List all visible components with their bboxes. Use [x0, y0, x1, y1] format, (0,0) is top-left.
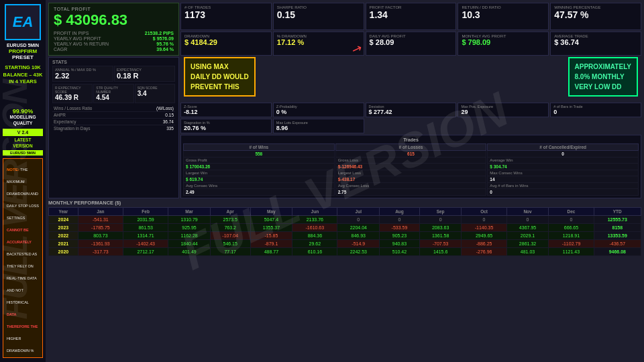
- bottom-stats-row: Stagnation in % 20.76 % Max Lots Exposur…: [180, 119, 641, 133]
- annotation-using-max: USING MAX DAILY DD WOULD PREVENT THIS: [184, 57, 256, 97]
- zscore-cell: Z-Score -8.12: [180, 103, 272, 117]
- cell-2022-ytd: 13353.59: [594, 232, 641, 240]
- gross-profit-label: Gross Profit: [184, 158, 335, 164]
- cell-2021-sep: -707.53: [419, 240, 462, 248]
- cell-2021-apr: 546.15: [210, 240, 250, 248]
- note-text3: HIGHER DRAWDOWN %: [7, 337, 34, 353]
- cell-2023-dec: 666.65: [549, 224, 594, 232]
- stagnation-pct-cell: Stagnation in % 20.76 %: [180, 119, 272, 133]
- note-text2: BACKTESTED AS THEY RELY ON REAL-TIME DAT…: [7, 252, 37, 304]
- ahpr-row: AHPR 0.15: [52, 112, 175, 119]
- sqn-quality-label: STR QUALITY NUMBER: [96, 86, 131, 94]
- monthly-row-2023: 2023-1785.75861.53925.95763.21355.37-161…: [49, 224, 641, 232]
- wins-losses-value: (W/Loss): [135, 105, 175, 112]
- sqn-score-value: 3.4: [138, 90, 172, 97]
- wins-losses-label: Wins / Losses Ratio: [52, 105, 135, 112]
- bars-trade-value: 0: [553, 109, 638, 115]
- col-oct: Oct: [462, 208, 506, 216]
- cell-2024-apr: 2573.5: [210, 216, 250, 224]
- monthly-row-2020: 2020-317.732712.17401.4977.17488.77610.1…: [49, 248, 641, 256]
- cell-2023-ytd: 8158: [594, 224, 641, 232]
- monthly-row-2021: 2021-1361.93-1402.431840.44546.15-879.12…: [49, 240, 641, 248]
- logo-box: EA: [5, 4, 41, 40]
- cell-2020-jun: 610.16: [292, 248, 337, 256]
- cell-2023-aug: -533.59: [380, 224, 420, 232]
- cell-2024-ytd: 12555.73: [594, 216, 641, 224]
- trades-table-col2: # of Losses 615 Gross Loss $-126946.43 L…: [335, 143, 487, 196]
- sidebar: EA EURUSD 5MIN PROPFIRM PRESET STARTING …: [0, 0, 46, 362]
- max-lots-value: 8.96: [276, 125, 361, 131]
- largest-loss-value: $-438.17: [335, 176, 486, 183]
- version-label: V 2.4: [3, 129, 43, 136]
- total-profit-value: $ 43096.83: [54, 11, 174, 29]
- cell-2024-oct: 0: [462, 216, 506, 224]
- col-nov: Nov: [506, 208, 549, 216]
- avg-win-label: Average Win: [488, 158, 639, 164]
- sidebar-eurusd-label: EURUSD 5MIN: [7, 43, 39, 48]
- cell-2020-may: 488.77: [250, 248, 292, 256]
- expectancy-value: 0.18 R: [117, 72, 172, 80]
- col-aug: Aug: [380, 208, 420, 216]
- cell-2022-feb: 1314.71: [123, 232, 168, 240]
- monthly-table: Year Jan Feb Mar Apr May Jun Jul Aug Sep…: [48, 207, 641, 256]
- cell-2021-aug: 940.83: [380, 240, 420, 248]
- trades-table-col1: # of Wins 558 Gross Profit $ 170043.26 L…: [183, 143, 335, 196]
- approx-text3: VERY LOW DD: [575, 82, 631, 92]
- expectancy-row2: Expectancy 36.74: [52, 119, 175, 125]
- stagnation-row: Stagnation in Days 335: [52, 125, 175, 132]
- max-lots-cell: Max Lots Exposure 8.96: [273, 119, 364, 133]
- cell-2022-jan: 803.73: [78, 232, 123, 240]
- logo-text: EA: [13, 13, 34, 31]
- annual-pct-cell: ANNUAL % / MAX DD % 2.32: [52, 66, 113, 82]
- cell-2020-jul: 2242.53: [337, 248, 380, 256]
- losses-value: 615: [335, 151, 486, 158]
- largest-loss-label: Largest Loss: [335, 170, 486, 176]
- avg-consec-loss-label: Avg Consec Loss: [335, 183, 486, 189]
- cell-2024-aug: 0: [380, 216, 420, 224]
- trades-title: Trades: [183, 137, 639, 142]
- sidebar-preset-label: PRESET: [12, 54, 34, 60]
- r-expectancy-value: 46.39 R: [55, 94, 90, 101]
- cell-2020-dec: 1121.43: [549, 248, 594, 256]
- col-may: May: [250, 208, 292, 216]
- cell-2021-mar: 1840.44: [168, 240, 211, 248]
- cell-2020-sep: 1415.6: [419, 248, 462, 256]
- cell-2021-feb: -1402.43: [123, 240, 168, 248]
- modelling-block: 99.90% MODELLINGQUALITY: [10, 108, 36, 126]
- main-content: FULL VERSION TOTAL PROFIT $ 43096.83 PRO…: [46, 0, 644, 362]
- cell-2021-nov: 2861.32: [506, 240, 549, 248]
- stats-title: STATS: [52, 60, 175, 64]
- wins-losses-row: Wins / Losses Ratio (W/Loss): [52, 105, 175, 112]
- stats-panel: STATS ANNUAL % / MAX DD % 2.32 EXPECTANC…: [48, 57, 179, 198]
- cancelled-header: # of Cancelled/Expired: [488, 144, 639, 151]
- max-consec-wins-value: 14: [488, 176, 639, 183]
- annotation-approximately: APPROXIMATELY 8.0% MONTHLY VERY LOW DD: [568, 57, 638, 97]
- col-feb: Feb: [123, 208, 168, 216]
- cancelled-value: 0: [488, 151, 639, 158]
- annotation-text3: PREVENT THIS: [191, 82, 249, 92]
- trades-table-col3: # of Cancelled/Expired 0 Average Win $ 3…: [487, 143, 639, 196]
- stagnation-pct-value: 20.76 %: [184, 125, 268, 131]
- zscore-value: -8.12: [184, 109, 268, 115]
- cell-2020-mar: 401.49: [168, 248, 211, 256]
- monthly-tbody: 2024-541.312031.591310.792573.55047.4213…: [49, 216, 641, 256]
- cell-2022-apr: -107.04: [210, 232, 250, 240]
- stagnation-value: 335: [135, 125, 175, 132]
- expectancy2-label: Expectancy: [52, 119, 135, 125]
- note-highlight2: DATA THEREFORE THE: [7, 312, 38, 328]
- cell-2020-nov: 481.03: [506, 248, 549, 256]
- cell-2021-oct: -886.25: [462, 240, 506, 248]
- cell-2023-feb: 861.53: [123, 224, 168, 232]
- monthly-row-2022: 2022803.731314.711162.28-107.04-15.85884…: [49, 232, 641, 240]
- monthly-section: MONTHLY PERFORMANCE ($) Year Jan Feb Mar…: [48, 200, 641, 359]
- modelling-pct: 99.90%: [10, 108, 36, 115]
- cell-2022-nov: 2029.1: [506, 232, 549, 240]
- annotation-text1: USING MAX: [191, 62, 249, 72]
- cell-2022-aug: 905.23: [380, 232, 420, 240]
- cell-2024-mar: 1310.79: [168, 216, 211, 224]
- cell-2023-apr: 763.2: [210, 224, 250, 232]
- winning-pct-value: 47.57 %: [554, 9, 637, 20]
- zprobability-cell: Z-Probability 0 %: [273, 103, 364, 117]
- inner-stats-table: Wins / Losses Ratio (W/Loss) AHPR 0.15 E…: [52, 105, 175, 131]
- note-title: NOTE:: [7, 168, 20, 172]
